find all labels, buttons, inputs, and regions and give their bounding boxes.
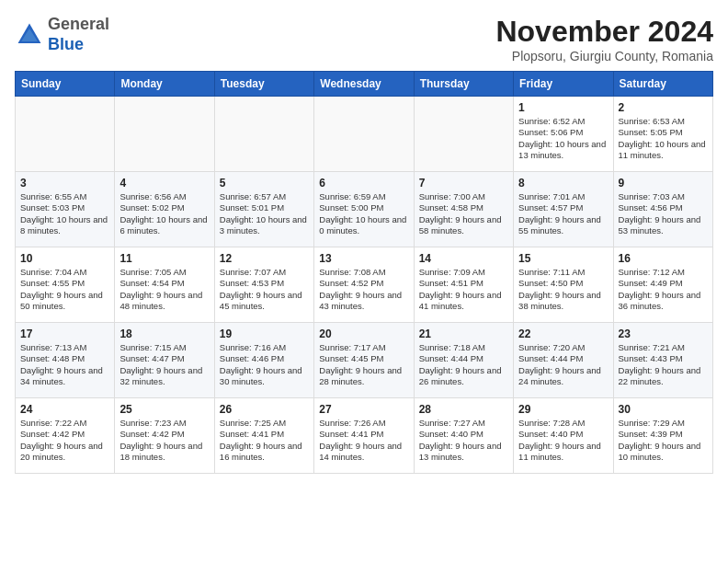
day-number: 11 — [119, 252, 209, 265]
day-number: 24 — [20, 403, 109, 416]
calendar-cell — [314, 97, 414, 172]
calendar-cell — [214, 97, 313, 172]
day-info: Sunrise: 6:55 AM — [20, 191, 109, 202]
calendar-cell: 10Sunrise: 7:04 AMSunset: 4:55 PMDayligh… — [16, 247, 115, 323]
calendar-cell: 18Sunrise: 7:15 AMSunset: 4:47 PMDayligh… — [115, 323, 214, 398]
day-info: Sunrise: 7:00 AM — [419, 191, 508, 202]
day-info: Daylight: 9 hours and 34 minutes. — [20, 365, 109, 388]
calendar-cell: 22Sunrise: 7:20 AMSunset: 4:44 PMDayligh… — [514, 323, 613, 398]
day-info: Daylight: 9 hours and 20 minutes. — [20, 441, 109, 464]
day-info: Sunrise: 7:22 AM — [20, 418, 109, 429]
day-info: Sunset: 4:45 PM — [319, 353, 408, 364]
day-info: Sunset: 4:44 PM — [419, 353, 508, 364]
day-info: Daylight: 9 hours and 32 minutes. — [119, 365, 209, 388]
day-info: Sunset: 4:48 PM — [20, 353, 109, 364]
calendar-cell: 29Sunrise: 7:28 AMSunset: 4:40 PMDayligh… — [514, 398, 613, 474]
calendar-table: SundayMondayTuesdayWednesdayThursdayFrid… — [15, 71, 713, 474]
day-info: Sunrise: 7:18 AM — [419, 342, 508, 353]
day-info: Daylight: 9 hours and 22 minutes. — [619, 365, 708, 388]
calendar-cell — [414, 97, 513, 172]
logo: General Blue — [15, 15, 109, 54]
calendar-cell: 6Sunrise: 6:59 AMSunset: 5:00 PMDaylight… — [314, 172, 414, 247]
day-info: Sunset: 4:40 PM — [419, 429, 508, 440]
day-info: Daylight: 9 hours and 50 minutes. — [20, 290, 109, 313]
day-number: 5 — [220, 177, 309, 190]
calendar-cell: 7Sunrise: 7:00 AMSunset: 4:58 PMDaylight… — [414, 172, 513, 247]
calendar-week-row: 24Sunrise: 7:22 AMSunset: 4:42 PMDayligh… — [16, 398, 713, 474]
day-info: Daylight: 9 hours and 10 minutes. — [619, 441, 708, 464]
day-info: Sunrise: 7:17 AM — [319, 342, 408, 353]
calendar-cell: 30Sunrise: 7:29 AMSunset: 4:39 PMDayligh… — [613, 398, 712, 474]
day-number: 16 — [619, 252, 708, 265]
day-info: Daylight: 9 hours and 36 minutes. — [619, 290, 708, 313]
day-info: Daylight: 9 hours and 26 minutes. — [419, 365, 508, 388]
calendar-cell: 5Sunrise: 6:57 AMSunset: 5:01 PMDaylight… — [214, 172, 313, 247]
calendar-cell: 1Sunrise: 6:52 AMSunset: 5:06 PMDaylight… — [514, 97, 613, 172]
day-number: 7 — [419, 177, 508, 190]
day-info: Sunset: 4:46 PM — [220, 353, 309, 364]
calendar-cell: 21Sunrise: 7:18 AMSunset: 4:44 PMDayligh… — [414, 323, 513, 398]
day-info: Sunrise: 7:07 AM — [220, 267, 309, 278]
weekday-header: Saturday — [613, 72, 712, 97]
day-number: 14 — [419, 252, 508, 265]
calendar-cell: 8Sunrise: 7:01 AMSunset: 4:57 PMDaylight… — [514, 172, 613, 247]
calendar-cell: 26Sunrise: 7:25 AMSunset: 4:41 PMDayligh… — [214, 398, 313, 474]
calendar-cell — [115, 97, 214, 172]
day-info: Daylight: 9 hours and 28 minutes. — [319, 365, 408, 388]
day-info: Sunrise: 7:20 AM — [518, 342, 608, 353]
day-info: Sunset: 4:41 PM — [220, 429, 309, 440]
weekday-header: Thursday — [414, 72, 513, 97]
day-info: Sunrise: 6:52 AM — [518, 116, 608, 127]
day-number: 27 — [319, 403, 408, 416]
day-info: Daylight: 9 hours and 48 minutes. — [119, 290, 209, 313]
calendar-cell: 13Sunrise: 7:08 AMSunset: 4:52 PMDayligh… — [314, 247, 414, 323]
day-info: Sunrise: 7:28 AM — [518, 418, 608, 429]
day-info: Sunrise: 7:26 AM — [319, 418, 408, 429]
day-info: Sunrise: 7:08 AM — [319, 267, 408, 278]
day-info: Sunset: 5:06 PM — [518, 127, 608, 138]
calendar-cell: 28Sunrise: 7:27 AMSunset: 4:40 PMDayligh… — [414, 398, 513, 474]
day-info: Daylight: 9 hours and 13 minutes. — [419, 441, 508, 464]
weekday-header: Friday — [514, 72, 613, 97]
day-info: Daylight: 10 hours and 13 minutes. — [518, 139, 608, 162]
calendar-cell: 12Sunrise: 7:07 AMSunset: 4:53 PMDayligh… — [214, 247, 313, 323]
day-info: Sunset: 4:41 PM — [319, 429, 408, 440]
day-number: 4 — [119, 177, 209, 190]
day-info: Sunrise: 7:13 AM — [20, 342, 109, 353]
day-info: Sunrise: 7:11 AM — [518, 267, 608, 278]
day-info: Daylight: 10 hours and 8 minutes. — [20, 214, 109, 237]
day-number: 12 — [220, 252, 309, 265]
day-info: Sunrise: 7:12 AM — [619, 267, 708, 278]
day-info: Sunset: 4:53 PM — [220, 278, 309, 289]
day-number: 25 — [119, 403, 209, 416]
day-info: Sunset: 4:49 PM — [619, 278, 708, 289]
day-number: 18 — [119, 327, 209, 340]
calendar-cell: 25Sunrise: 7:23 AMSunset: 4:42 PMDayligh… — [115, 398, 214, 474]
day-info: Sunset: 4:39 PM — [619, 429, 708, 440]
day-number: 6 — [319, 177, 408, 190]
day-info: Sunset: 4:54 PM — [119, 278, 209, 289]
day-info: Sunset: 5:02 PM — [119, 202, 209, 213]
day-number: 17 — [20, 327, 109, 340]
day-number: 22 — [518, 327, 608, 340]
day-info: Sunrise: 7:16 AM — [220, 342, 309, 353]
day-info: Daylight: 9 hours and 41 minutes. — [419, 290, 508, 313]
calendar-cell: 24Sunrise: 7:22 AMSunset: 4:42 PMDayligh… — [16, 398, 115, 474]
weekday-header: Sunday — [16, 72, 115, 97]
calendar-header-row: SundayMondayTuesdayWednesdayThursdayFrid… — [16, 72, 713, 97]
day-info: Sunset: 5:05 PM — [619, 127, 708, 138]
day-number: 9 — [619, 177, 708, 190]
day-info: Sunset: 4:58 PM — [419, 202, 508, 213]
day-info: Sunset: 4:56 PM — [619, 202, 708, 213]
logo-blue-text: Blue — [48, 35, 84, 53]
day-info: Sunrise: 7:05 AM — [119, 267, 209, 278]
day-number: 21 — [419, 327, 508, 340]
calendar-cell: 16Sunrise: 7:12 AMSunset: 4:49 PMDayligh… — [613, 247, 712, 323]
calendar-week-row: 10Sunrise: 7:04 AMSunset: 4:55 PMDayligh… — [16, 247, 713, 323]
weekday-header: Tuesday — [214, 72, 313, 97]
day-info: Sunrise: 7:29 AM — [619, 418, 708, 429]
day-info: Sunrise: 7:27 AM — [419, 418, 508, 429]
day-number: 30 — [619, 403, 708, 416]
day-info: Sunrise: 7:09 AM — [419, 267, 508, 278]
day-number: 10 — [20, 252, 109, 265]
